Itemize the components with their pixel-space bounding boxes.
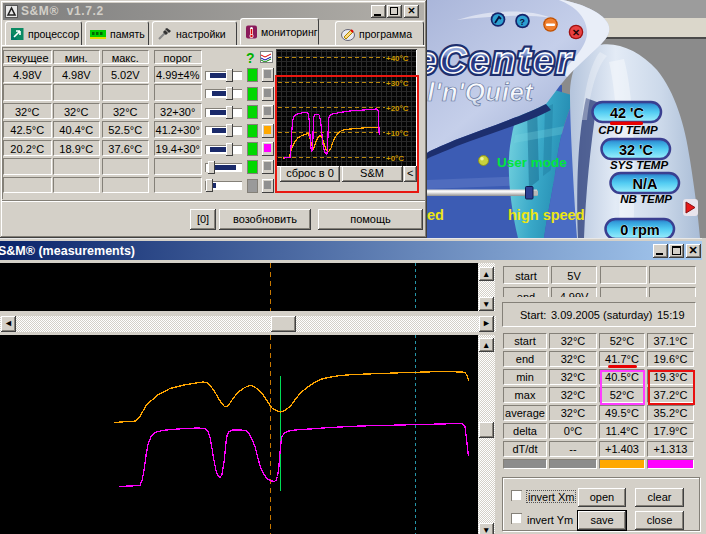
svg-text:high speed: high speed xyxy=(508,207,585,223)
svg-text:+40°C: +40°C xyxy=(386,53,409,62)
svg-text:42 'C: 42 'C xyxy=(610,105,645,121)
svg-text:ol'n'Quiet: ol'n'Quiet xyxy=(427,77,534,107)
svg-text:User mode: User mode xyxy=(497,155,567,170)
svg-text:✕: ✕ xyxy=(572,27,580,38)
svg-text:32 'C: 32 'C xyxy=(619,142,654,158)
svg-text:ed: ed xyxy=(427,207,444,223)
svg-text:CPU TEMP: CPU TEMP xyxy=(598,124,658,136)
svg-text:?: ? xyxy=(520,17,526,27)
svg-text:NB TEMP: NB TEMP xyxy=(620,193,672,205)
svg-text:SYS TEMP: SYS TEMP xyxy=(610,159,668,171)
svg-text:eCenter: eCenter xyxy=(427,40,574,81)
svg-text:N/A: N/A xyxy=(633,176,659,192)
svg-text:0 rpm: 0 rpm xyxy=(620,222,660,238)
